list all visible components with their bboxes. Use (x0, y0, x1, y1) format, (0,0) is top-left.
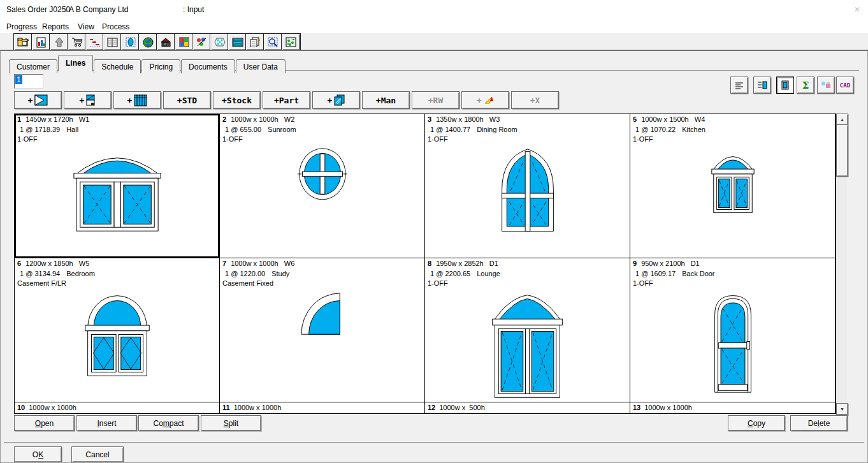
menu-view[interactable]: View (75, 21, 97, 33)
vertical-scrollbar[interactable]: ▲ ▼ (836, 114, 847, 414)
add-rw-button[interactable]: +RW (412, 91, 459, 109)
batch-table-icon[interactable] (103, 34, 122, 50)
line-cell-13[interactable]: 131000w x 1000h (630, 402, 835, 413)
line-cell-7[interactable]: 71000w x 1000hW61 @ 1220.00StudyCasement… (220, 258, 425, 402)
pattern-mosaic-icon[interactable] (175, 34, 193, 50)
tab-customer[interactable]: Customer (9, 59, 57, 73)
design-tools-icon[interactable] (192, 34, 211, 50)
window-drawing (425, 288, 630, 402)
copy-documents-icon[interactable] (246, 34, 264, 50)
cell-price-room: 1 @ 1718.39Hall (15, 124, 219, 135)
toolbar-separator (0, 50, 868, 51)
upload-arrow-icon[interactable] (50, 34, 68, 50)
search-optimise-icon[interactable] (264, 34, 282, 50)
add-x-button[interactable]: +X (511, 91, 559, 109)
copy-button[interactable]: Copy (728, 415, 785, 431)
add-casement-button[interactable]: + (14, 91, 62, 109)
cell-note: 1-OFF (15, 134, 219, 144)
shopping-cart-icon[interactable] (68, 34, 86, 50)
line-cell-3[interactable]: 31350w x 1800hW31 @ 1400.77Dining Room1-… (425, 114, 630, 258)
cell-price-room: 1 @ 1220.00Study (220, 268, 424, 279)
cad-label: CAD (840, 82, 850, 89)
cell-price-room: 1 @ 1070.22Kitchen (630, 124, 835, 135)
schedule-gantt-icon[interactable] (85, 34, 104, 50)
tab-documents[interactable]: Documents (181, 59, 235, 73)
open-button[interactable]: Open (14, 415, 75, 431)
window-drawing (425, 144, 630, 258)
insert-button[interactable]: Insert (76, 415, 137, 431)
cell-price-room: 1 @ 1400.77Dining Room (425, 124, 630, 135)
cell-header: 9950w x 2100hD1 (630, 258, 835, 268)
line-cell-12[interactable]: 121000w x 500h (425, 402, 630, 413)
cell-note: 1-OFF (425, 134, 630, 144)
export-icon (821, 81, 831, 89)
add-std-button[interactable]: +STD (163, 91, 211, 109)
compact-button[interactable]: Compact (138, 415, 199, 431)
line-cell-11[interactable]: 111000w x 1000h (220, 402, 425, 413)
cell-note: 1-OFF (630, 134, 835, 144)
menu-progress[interactable]: Progress (4, 21, 40, 33)
add-pointer-button[interactable]: + (461, 91, 509, 109)
tab-strip: CustomerLinesSchedulePricingDocumentsUse… (9, 55, 859, 71)
lines-grid: 11450w x 1720hW11 @ 1718.39Hall1-OFF 210… (14, 114, 836, 414)
window-drawing (630, 288, 835, 402)
text-and-window-icon (757, 81, 767, 89)
delete-button[interactable]: Delete (790, 415, 848, 431)
cell-note: 1-OFF (425, 278, 630, 288)
scroll-down-icon[interactable]: ▼ (836, 403, 848, 415)
add-buttons-row: + + + +STD +Stock +Part + +Man +RW + +X (14, 91, 836, 108)
cell-note: Casement Fixed (220, 278, 424, 288)
add-glass-unit-button[interactable]: + (312, 91, 360, 109)
conservatory-plan-icon[interactable] (210, 34, 229, 50)
line-cell-6[interactable]: 61200w x 1850hW51 @ 3134.94BedroomCaseme… (15, 258, 220, 402)
split-button[interactable]: Split (201, 415, 261, 431)
vertical-slider-icon (86, 94, 96, 107)
add-stock-button[interactable]: +Stock (213, 91, 261, 109)
add-grid-frame-button[interactable]: + (113, 91, 161, 109)
ok-button[interactable]: OK (14, 446, 62, 462)
menu-bar: Progress Reports View Process (0, 19, 868, 33)
blinds-icon[interactable] (228, 34, 247, 50)
line-cell-5[interactable]: 51000w x 1500hW41 @ 1070.22Kitchen1-OFF (630, 114, 835, 258)
export-order-icon[interactable] (14, 34, 33, 50)
line-cell-10[interactable]: 101000w x 1000h (15, 402, 220, 413)
line-number-value: 1 (15, 75, 22, 84)
add-part-button[interactable]: +Part (263, 91, 310, 109)
line-cell-2[interactable]: 21000w x 1000hW21 @ 655.00Sunroom1-OFF (220, 114, 425, 258)
add-man-button[interactable]: +Man (362, 91, 410, 109)
menu-reports[interactable]: Reports (40, 21, 71, 33)
cell-header: 11450w x 1720hW1 (15, 114, 219, 124)
report-chart-icon[interactable] (32, 34, 50, 50)
window-title-order: Sales Order J0250 (6, 5, 70, 14)
close-icon[interactable]: ✕ (854, 5, 860, 14)
line-cell-9[interactable]: 9950w x 2100hD11 @ 1609.17Back Door1-OFF (630, 258, 835, 402)
scrollbar-thumb[interactable] (836, 124, 848, 177)
globe-icon[interactable] (139, 34, 157, 50)
casement-window-icon (34, 94, 48, 106)
pointer-arrow-icon (484, 96, 494, 105)
tab-user-data[interactable]: User Data (236, 59, 286, 73)
sigma-icon: Σ (802, 80, 809, 91)
landscape-glazing-icon[interactable] (282, 34, 300, 50)
window-title-company: : A B Company Ltd (65, 5, 128, 14)
cell-header: 81950w x 2852hD1 (425, 258, 630, 268)
cancel-button[interactable]: Cancel (71, 446, 124, 462)
frame-sketch-icon[interactable] (121, 34, 140, 50)
house-survey-icon[interactable] (157, 34, 175, 50)
line-cell-8[interactable]: 81950w x 2852hD11 @ 2200.65Lounge1-OFF (425, 258, 630, 402)
cell-header: 31350w x 1800hW3 (425, 114, 630, 124)
cell-price-room: 1 @ 655.00Sunroom (220, 124, 424, 135)
menu-process[interactable]: Process (99, 21, 132, 33)
tab-pricing[interactable]: Pricing (141, 59, 180, 73)
cell-price-room: 1 @ 3134.94Bedroom (15, 268, 219, 279)
cad-button[interactable]: CAD (836, 77, 854, 94)
line-cell-1[interactable]: 11450w x 1720hW11 @ 1718.39Hall1-OFF (15, 114, 220, 258)
cell-note: 1-OFF (630, 278, 835, 288)
cell-price-room: 1 @ 1609.17Back Door (630, 268, 835, 279)
bottom-separator (4, 442, 864, 443)
tab-schedule[interactable]: Schedule (94, 59, 141, 73)
cell-note: 1-OFF (220, 134, 424, 144)
line-number-input[interactable]: 1 (14, 74, 43, 89)
tab-lines[interactable]: Lines (58, 55, 93, 71)
add-vertical-slider-button[interactable]: + (64, 91, 112, 109)
